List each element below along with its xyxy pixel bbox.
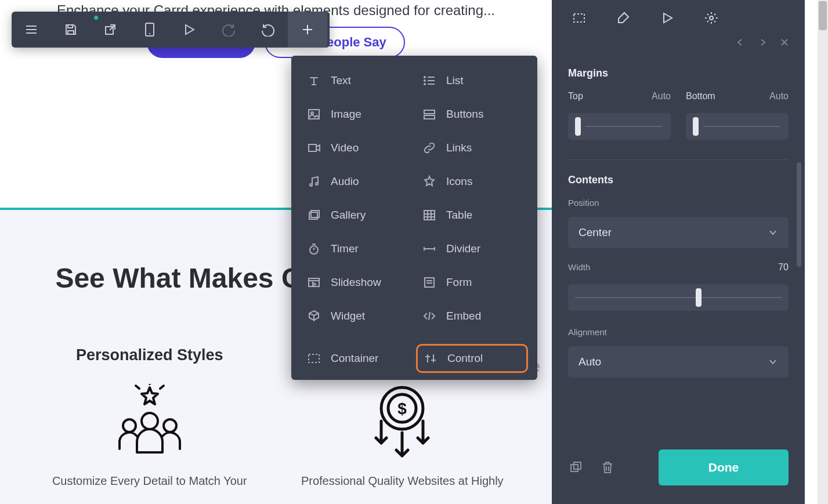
width-value[interactable]: 70: [778, 262, 789, 273]
gallery-icon: [306, 208, 321, 223]
svg-rect-29: [424, 110, 435, 114]
insert-list[interactable]: List: [420, 72, 525, 89]
position-select[interactable]: Center: [568, 217, 789, 248]
insert-buttons[interactable]: Buttons: [420, 106, 525, 123]
divider-icon: [422, 241, 437, 256]
insert-gallery-label: Gallery: [331, 209, 366, 222]
embed-icon: [422, 309, 437, 324]
panel-close-button[interactable]: [780, 38, 789, 61]
style-tab[interactable]: [616, 10, 631, 26]
panel-next-button[interactable]: [758, 38, 766, 61]
video-icon: [306, 140, 321, 155]
menu-button[interactable]: [12, 12, 51, 48]
insert-image[interactable]: Image: [304, 106, 409, 123]
svg-point-25: [424, 80, 425, 81]
svg-rect-13: [68, 31, 74, 34]
panel-footer: Done: [568, 449, 789, 485]
margin-top-col: Top Auto: [568, 91, 671, 140]
insert-table[interactable]: Table: [420, 206, 525, 224]
properties-panel: Margins Top Auto Bottom Auto Contents Po: [552, 0, 805, 504]
insert-form[interactable]: Form: [420, 274, 525, 291]
insert-icons[interactable]: Icons: [420, 173, 525, 190]
insert-menu-divider: [304, 339, 525, 339]
insert-embed[interactable]: Embed: [420, 307, 525, 325]
timer-icon: [306, 241, 321, 256]
feature-1-title: Personalized Styles: [39, 346, 260, 364]
device-preview-button[interactable]: [130, 12, 169, 48]
alignment-value: Auto: [578, 356, 601, 368]
insert-video[interactable]: Video: [304, 139, 409, 157]
feature-2-sub: Professional Quality Websites at Highly: [292, 474, 512, 488]
settings-tab[interactable]: [704, 10, 719, 26]
delete-button[interactable]: [599, 459, 616, 476]
svg-rect-30: [424, 115, 435, 119]
insert-text[interactable]: Text: [304, 72, 409, 89]
margin-bottom-label: Bottom: [686, 91, 715, 101]
svg-marker-61: [664, 13, 672, 23]
svg-line-2: [160, 386, 164, 389]
unsaved-indicator-icon: [94, 16, 98, 20]
margins-row: Top Auto Bottom Auto: [568, 91, 789, 140]
alignment-label: Alignment: [568, 327, 789, 337]
panel-prev-button[interactable]: [736, 38, 744, 61]
undo-button[interactable]: [248, 12, 288, 48]
insert-control[interactable]: Control: [416, 344, 528, 373]
svg-rect-12: [68, 25, 73, 28]
text-icon: [306, 73, 321, 88]
svg-point-5: [164, 419, 176, 432]
insert-slideshow[interactable]: Slideshow: [304, 274, 409, 291]
icons-icon: [422, 174, 437, 189]
panel-top-tabs: [568, 0, 789, 36]
chevron-down-icon: [768, 357, 778, 367]
window-scrollbar-track[interactable]: [818, 0, 828, 504]
insert-links-label: Links: [446, 142, 472, 154]
panel-scrollbar[interactable]: [797, 162, 801, 267]
window-scrollbar-thumb[interactable]: [819, 1, 827, 30]
redo-button[interactable]: [209, 12, 248, 48]
list-icon: [422, 73, 437, 88]
insert-embed-label: Embed: [446, 310, 481, 322]
duplicate-button[interactable]: [568, 459, 584, 476]
margin-top-mode[interactable]: Auto: [652, 91, 671, 101]
insert-links[interactable]: Links: [420, 139, 525, 157]
add-element-button[interactable]: [288, 12, 327, 48]
insert-widget[interactable]: Widget: [304, 307, 409, 325]
insert-audio[interactable]: Audio: [304, 173, 409, 190]
editor-toolbar: [12, 12, 330, 48]
feature-1: Personalized Styles Cu: [39, 346, 260, 488]
svg-point-62: [710, 16, 713, 20]
margin-bottom-slider[interactable]: [686, 113, 789, 140]
insert-control-label: Control: [447, 352, 483, 365]
insert-divider[interactable]: Divider: [420, 240, 525, 258]
image-icon: [306, 107, 321, 122]
margin-bottom-col: Bottom Auto: [686, 91, 789, 140]
svg-line-54: [429, 312, 430, 320]
insert-widget-label: Widget: [331, 310, 365, 322]
svg-line-15: [110, 25, 115, 30]
insert-timer[interactable]: Timer: [304, 240, 409, 258]
feature-1-sub: Customize Every Detail to Match Your: [39, 474, 260, 488]
animation-tab[interactable]: [660, 10, 675, 26]
insert-gallery[interactable]: Gallery: [304, 206, 409, 224]
form-icon: [422, 275, 437, 290]
panel-divider: [568, 159, 789, 160]
play-button[interactable]: [169, 12, 209, 48]
insert-image-label: Image: [331, 108, 361, 121]
alignment-select[interactable]: Auto: [568, 346, 789, 378]
save-button[interactable]: [51, 12, 91, 48]
insert-container[interactable]: Container: [304, 350, 409, 367]
panel-nav: [568, 38, 789, 61]
margin-top-slider[interactable]: [568, 113, 671, 140]
chevron-down-icon: [768, 227, 778, 238]
people-star-icon: [112, 384, 187, 459]
insert-container-label: Container: [331, 352, 378, 365]
done-button[interactable]: Done: [659, 449, 789, 485]
width-slider[interactable]: [568, 284, 789, 311]
insert-menu: Text List Image Buttons Video Links Audi…: [291, 56, 537, 380]
margins-heading: Margins: [568, 67, 789, 79]
svg-point-4: [123, 419, 136, 432]
control-icon: [423, 351, 438, 366]
selection-tab[interactable]: [572, 10, 587, 26]
margin-bottom-mode[interactable]: Auto: [769, 91, 789, 101]
insert-text-label: Text: [331, 74, 351, 87]
